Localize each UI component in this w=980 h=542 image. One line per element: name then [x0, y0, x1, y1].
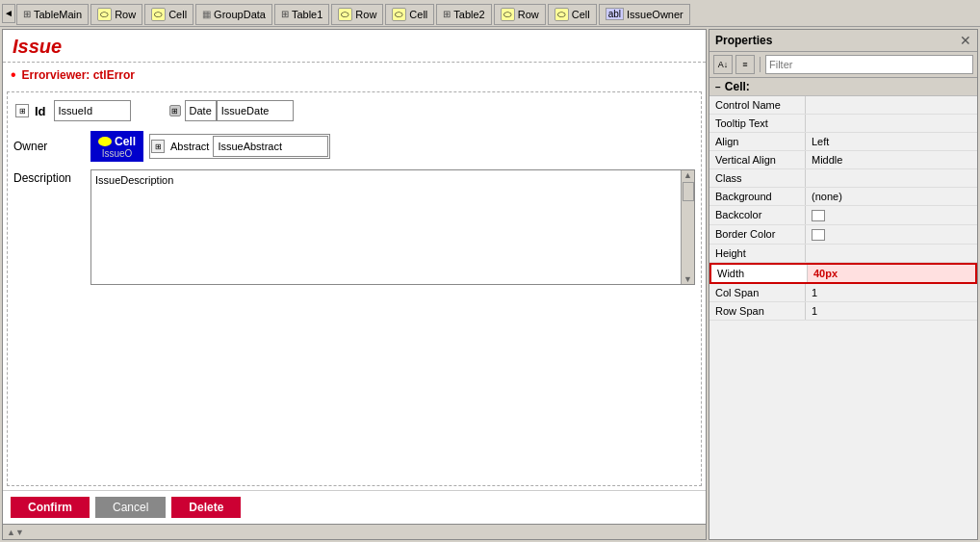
- cell-icon-3: ⬭: [554, 8, 569, 21]
- properties-list: Control Name Tooltip Text Align: [709, 96, 977, 539]
- date-widget-icon: ⊞: [169, 105, 181, 116]
- cancel-button[interactable]: Cancel: [95, 497, 166, 518]
- toolbar-divider: [760, 57, 761, 72]
- abstract-field[interactable]: IssueAbstract: [213, 136, 328, 157]
- tab-cell1-label: Cell: [168, 9, 187, 20]
- date-field[interactable]: IssueDate: [217, 100, 294, 121]
- prop-val-align[interactable]: Left: [806, 133, 977, 150]
- scroll-down-arrow[interactable]: ▼: [683, 274, 692, 284]
- abstract-label: Abstract: [167, 141, 213, 152]
- tab-row3-label: Row: [518, 9, 539, 20]
- confirm-button[interactable]: Confirm: [11, 497, 90, 518]
- cell-label: Cell: [115, 135, 136, 148]
- backcolor-swatch[interactable]: [812, 210, 825, 221]
- table-icon: ⊞: [23, 9, 31, 19]
- main-layout: Issue • Errorviewer: ctlError ⊞ Id Issue…: [0, 27, 980, 542]
- prop-val-controlname[interactable]: [806, 96, 977, 114]
- error-text: Errorviewer: ctlError: [22, 68, 135, 82]
- tab-cell3[interactable]: ⬭ Cell: [548, 4, 597, 25]
- properties-filter-input[interactable]: [765, 55, 973, 74]
- abstract-group: ⊞ Abstract IssueAbstract: [149, 134, 330, 159]
- prop-val-class[interactable]: [806, 169, 977, 187]
- prop-row-class: Class: [709, 169, 977, 188]
- tab-groupdata[interactable]: ▦ GroupData: [195, 4, 272, 25]
- cell-icon-2: ⬭: [392, 8, 406, 21]
- tab-tablemain-label: TableMain: [34, 9, 82, 20]
- prop-val-tooltiptext[interactable]: [806, 115, 977, 132]
- selected-cell-box[interactable]: Cell IssueO: [90, 131, 143, 162]
- props-sort-alpha-button[interactable]: A↓: [713, 55, 733, 74]
- prop-val-rowspan[interactable]: 1: [806, 302, 977, 320]
- props-sort-category-button[interactable]: ≡: [735, 55, 755, 74]
- prop-key-width: Width: [711, 265, 808, 282]
- tab-table1[interactable]: ⊞ Table1: [274, 4, 329, 25]
- tab-row1[interactable]: ⬭ Row: [90, 4, 142, 25]
- prop-val-height[interactable]: [806, 245, 977, 262]
- properties-panel: Properties ✕ A↓ ≡ − Cell: Control Name: [709, 29, 978, 540]
- group-icon: ▦: [202, 9, 211, 19]
- properties-section-header: − Cell:: [709, 78, 977, 96]
- section-toggle-icon[interactable]: −: [715, 82, 721, 92]
- row-icon-1: ⬭: [97, 8, 112, 21]
- prop-row-align: Align Left: [709, 133, 977, 151]
- prop-key-background: Background: [709, 188, 806, 205]
- bordercolor-swatch[interactable]: [812, 229, 825, 241]
- abstract-icon: ⊞: [151, 140, 165, 153]
- scroll-thumb[interactable]: [683, 182, 694, 201]
- tab-groupdata-label: GroupData: [214, 9, 266, 20]
- owner-row: Owner Cell IssueO ⊞ Abstract IssueAbstra…: [13, 131, 695, 162]
- prop-val-background[interactable]: (none): [806, 188, 977, 205]
- scroll-up-arrow[interactable]: ▲: [683, 170, 692, 180]
- tab-cell3-label: Cell: [572, 9, 590, 20]
- yellow-oval-icon: [98, 137, 112, 146]
- description-field[interactable]: IssueDescription ▲ ▼: [90, 169, 695, 285]
- section-label: Cell:: [725, 80, 750, 93]
- prop-val-verticalalign[interactable]: Middle: [806, 151, 977, 168]
- tab-table2[interactable]: ⊞ Table2: [436, 4, 491, 25]
- tab-cell2-label: Cell: [409, 9, 427, 20]
- date-group: ⊞ Date IssueDate: [169, 100, 294, 121]
- abl-icon: abl: [606, 8, 624, 20]
- error-line: • Errorviewer: ctlError: [3, 63, 706, 88]
- cell-sub-field: IssueO: [102, 148, 133, 159]
- status-text: ▲▼: [7, 528, 24, 537]
- left-panel: Issue • Errorviewer: ctlError ⊞ Id Issue…: [2, 29, 707, 540]
- id-field[interactable]: IssueId: [54, 100, 131, 121]
- prop-row-rowspan: Row Span 1: [709, 302, 977, 321]
- properties-close-button[interactable]: ✕: [960, 33, 971, 48]
- prop-row-backcolor: Backcolor: [709, 206, 977, 225]
- prop-row-bordercolor: Border Color: [709, 225, 977, 245]
- prop-row-verticalalign: Vertical Align Middle: [709, 151, 977, 169]
- prop-key-colspan: Col Span: [709, 284, 806, 301]
- tab-row1-label: Row: [115, 9, 136, 20]
- form-body: ⊞ Id IssueId ⊞ Date IssueDate: [7, 91, 702, 486]
- tab-cell2[interactable]: ⬭ Cell: [385, 4, 434, 25]
- properties-toolbar: A↓ ≡: [709, 52, 977, 78]
- prop-row-background: Background (none): [709, 188, 977, 206]
- scrollbar-track[interactable]: ▲ ▼: [681, 170, 694, 284]
- tab-scroll-left[interactable]: ◄: [2, 4, 15, 23]
- date-label: Date: [185, 100, 217, 121]
- prop-val-backcolor[interactable]: [806, 206, 977, 224]
- prop-val-width[interactable]: 40px: [808, 265, 975, 282]
- prop-key-verticalalign: Vertical Align: [709, 151, 806, 168]
- prop-val-colspan[interactable]: 1: [806, 284, 977, 301]
- table-icon-1: ⊞: [281, 9, 289, 19]
- status-bar: ▲▼: [3, 524, 706, 539]
- tab-row3[interactable]: ⬭ Row: [494, 4, 546, 25]
- tab-table1-label: Table1: [292, 9, 322, 20]
- tab-cell1[interactable]: ⬭ Cell: [144, 4, 193, 25]
- tab-tablemain[interactable]: ⊞ TableMain: [16, 4, 89, 25]
- prop-val-bordercolor[interactable]: [806, 225, 977, 244]
- properties-header: Properties ✕: [709, 30, 977, 52]
- delete-button[interactable]: Delete: [171, 497, 241, 518]
- cell-icon-1: ⬭: [151, 8, 166, 21]
- description-value: IssueDescription: [95, 174, 173, 186]
- owner-label: Owner: [13, 140, 90, 153]
- id-row: ⊞ Id IssueId ⊞ Date IssueDate: [13, 98, 695, 123]
- prop-key-controlname: Control Name: [709, 96, 806, 114]
- tab-issueowner[interactable]: abl IssueOwner: [599, 4, 690, 25]
- tab-issueowner-label: IssueOwner: [627, 9, 683, 20]
- form-title: Issue: [13, 36, 696, 58]
- tab-row2[interactable]: ⬭ Row: [331, 4, 383, 25]
